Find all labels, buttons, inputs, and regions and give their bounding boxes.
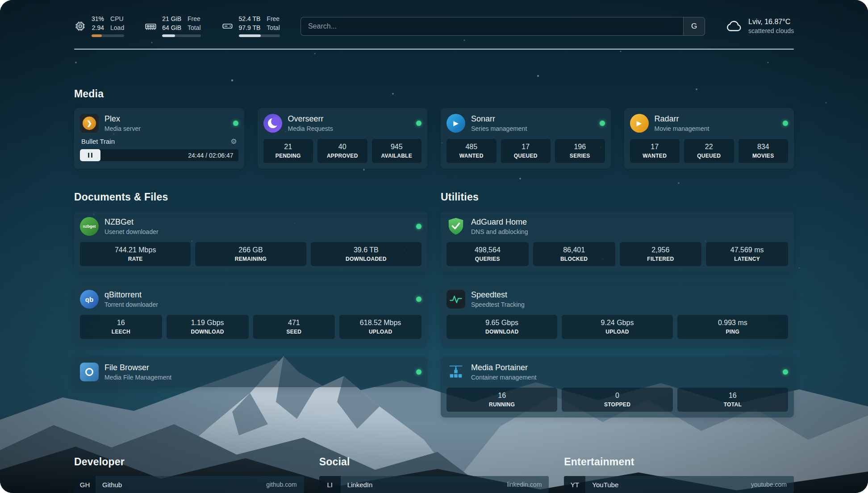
cpu-label: CPU	[110, 15, 124, 23]
cpu-usage: 31%	[92, 15, 104, 23]
stat-download: 9.65 GbpsDOWNLOAD	[447, 315, 557, 339]
playback-time: 24:44 / 02:06:47	[188, 152, 233, 159]
plex-link[interactable]: ❯ Plex Media server	[80, 114, 238, 133]
cpu-load: 2.94	[92, 24, 104, 32]
section-title-social: Social	[319, 456, 549, 468]
portainer-icon	[447, 363, 465, 381]
app-desc: DNS and adblocking	[471, 228, 528, 235]
app-name: Radarr	[655, 114, 709, 124]
memory-icon	[145, 20, 157, 32]
section-developer: Developer GH Github github.com SO StackO…	[74, 456, 304, 493]
stat-movies: 834MOVIES	[739, 139, 789, 163]
memory-widget: 21 GiB 64 GiB Free Total	[145, 15, 200, 37]
app-name: NZBGet	[104, 217, 159, 227]
stat-pending: 21PENDING	[263, 139, 313, 163]
service-card-radarr: ▶ Radarr Movie management 17WANTED 22QUE…	[624, 108, 794, 169]
qbittorrent-link[interactable]: qb qBittorrent Torrent downloader	[80, 290, 421, 309]
stat-queued: 17QUEUED	[501, 139, 551, 163]
now-playing-title: Bullet Train	[81, 138, 115, 145]
disk-total-label: Total	[267, 24, 280, 32]
status-dot	[416, 224, 421, 229]
stat-leech: 16LEECH	[80, 315, 162, 339]
section-entertainment: Entertainment YT YouTube youtube.com NF …	[564, 456, 794, 493]
cpu-widget: 31% 2.94 CPU Load	[74, 15, 124, 37]
bookmark-url: github.com	[266, 481, 304, 488]
speedtest-link[interactable]: Speedtest Speedtest Tracking	[447, 290, 788, 309]
stat-approved: 40APPROVED	[317, 139, 367, 163]
stat-total: 16TOTAL	[677, 388, 788, 412]
nzbget-icon: nzbget	[80, 217, 99, 236]
memory-free-label: Free	[188, 15, 201, 23]
disk-free: 52.4 TB	[239, 15, 261, 23]
service-card-speedtest: Speedtest Speedtest Tracking 9.65 GbpsDO…	[441, 284, 794, 345]
service-card-filebrowser: File Browser Media File Management	[74, 357, 427, 387]
app-name: Media Portainer	[471, 363, 536, 372]
status-dot	[233, 121, 238, 126]
app-desc: Media File Management	[104, 374, 171, 381]
plex-icon: ❯	[80, 114, 99, 133]
section-documents: Documents & Files nzbget NZBGet Usenet d…	[74, 191, 427, 387]
portainer-link[interactable]: Media Portainer Container management	[447, 363, 788, 381]
nzbget-link[interactable]: nzbget NZBGet Usenet downloader	[80, 217, 421, 236]
overseerr-link[interactable]: Overseerr Media Requests	[263, 114, 422, 133]
service-card-overseerr: Overseerr Media Requests 21PENDING 40APP…	[258, 108, 428, 169]
system-widgets: 31% 2.94 CPU Load	[74, 15, 280, 37]
playback-progress-bar: 24:44 / 02:06:47	[80, 149, 238, 161]
section-utilities: Utilities	[441, 191, 794, 418]
stat-stopped: 0STOPPED	[562, 388, 672, 412]
cloud-icon	[726, 18, 743, 35]
session-gear-icon[interactable]: ⚙	[230, 138, 237, 145]
bookmark-github[interactable]: GH Github github.com	[74, 476, 304, 493]
app-desc: Media server	[104, 125, 141, 132]
stat-wanted: 17WANTED	[630, 139, 680, 163]
radarr-icon: ▶	[630, 114, 649, 133]
cpu-load-label: Load	[110, 24, 124, 32]
disk-bar	[239, 34, 280, 37]
overseerr-icon	[263, 114, 282, 133]
adguard-link[interactable]: AdGuard Home DNS and adblocking	[447, 217, 788, 236]
section-title-documents: Documents & Files	[74, 191, 427, 203]
bookmark-name: Github	[102, 481, 122, 489]
stat-available: 945AVAILABLE	[372, 139, 422, 163]
service-card-portainer: Media Portainer Container management 16R…	[441, 357, 794, 418]
memory-free: 21 GiB	[162, 15, 181, 23]
status-dot	[416, 121, 421, 126]
bookmark-youtube[interactable]: YT YouTube youtube.com	[564, 476, 794, 493]
app-name: AdGuard Home	[471, 217, 528, 227]
weather-condition: scattered clouds	[748, 27, 794, 34]
stat-upload: 618.52 MbpsUPLOAD	[339, 315, 421, 339]
section-media: Media ❯ Plex Media server Bulle	[74, 88, 794, 169]
status-dot	[783, 121, 788, 126]
service-card-adguard: AdGuard Home DNS and adblocking 498,564Q…	[441, 211, 794, 272]
adguard-icon	[447, 217, 465, 236]
bookmark-name: LinkedIn	[347, 481, 373, 489]
app-desc: Movie management	[655, 125, 709, 132]
service-card-plex: ❯ Plex Media server Bullet Train ⚙	[74, 108, 244, 169]
pause-icon[interactable]	[87, 153, 93, 158]
stat-blocked: 86,401BLOCKED	[533, 242, 615, 266]
dashboard-window: 31% 2.94 CPU Load	[0, 0, 868, 493]
weather-location: Lviv, 16.87°C	[748, 18, 794, 26]
sonarr-link[interactable]: ▶ Sonarr Series management	[447, 114, 605, 133]
section-title-media: Media	[74, 88, 794, 100]
search-input[interactable]	[301, 17, 683, 35]
bookmark-linkedin[interactable]: LI LinkedIn linkedin.com	[319, 476, 549, 493]
radarr-link[interactable]: ▶ Radarr Movie management	[630, 114, 789, 133]
disk-widget: 52.4 TB 97.9 TB Free Total	[221, 15, 280, 37]
stat-download: 1.19 GbpsDOWNLOAD	[167, 315, 249, 339]
section-title-entertainment: Entertainment	[564, 456, 794, 468]
search-provider-button[interactable]: G	[683, 17, 705, 35]
filebrowser-icon	[80, 363, 99, 381]
sonarr-icon: ▶	[447, 114, 465, 133]
now-playing-row: Bullet Train ⚙	[80, 138, 238, 145]
qbittorrent-icon: qb	[80, 290, 99, 309]
bookmark-url: linkedin.com	[507, 481, 549, 488]
bookmark-url: youtube.com	[751, 481, 794, 488]
stat-remaining: 266 GBREMAINING	[195, 242, 306, 266]
stat-series: 196SERIES	[555, 139, 605, 163]
stat-rate: 744.21 MbpsRATE	[80, 242, 191, 266]
header-divider	[74, 49, 794, 50]
disk-total: 97.9 TB	[239, 24, 261, 32]
app-name: Sonarr	[471, 114, 527, 124]
filebrowser-link[interactable]: File Browser Media File Management	[80, 363, 421, 381]
